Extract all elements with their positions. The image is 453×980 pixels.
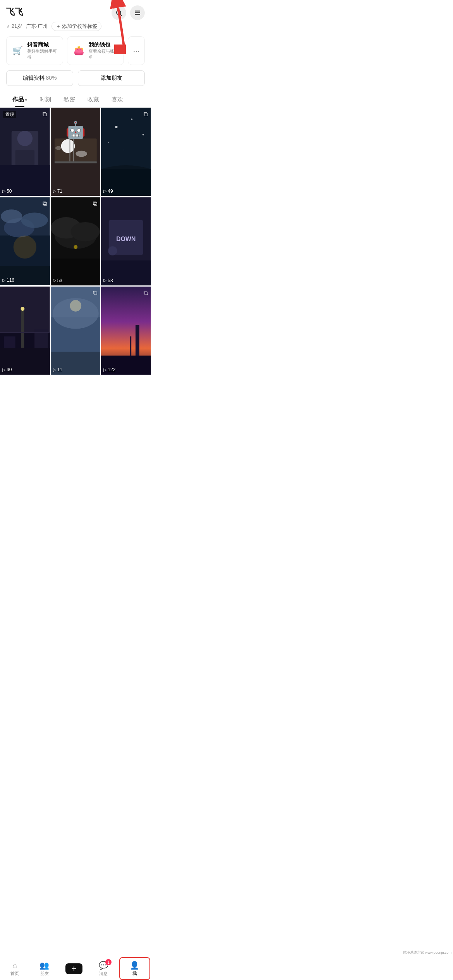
tab-private[interactable]: 私密 [57,92,81,107]
svg-point-31 [1,209,22,223]
wallet-title: 我的钱包 [89,41,118,48]
svg-point-24 [142,134,144,135]
emoji-overlay: 🤖 [65,120,86,139]
tab-moments[interactable]: 时刻 [33,92,57,107]
tags-row: ♂ 21岁 广东·广州 ＋ 添加学校等标签 [6,22,145,31]
svg-point-26 [124,149,125,150]
svg-point-18 [76,151,87,157]
svg-point-37 [70,222,100,241]
video-count-9: ▷122 [103,367,115,372]
svg-point-48 [21,307,24,311]
video-item-2[interactable]: 🤖 ▷71 [51,108,101,196]
multi-icon-9: ⧉ [144,290,148,296]
multi-icon: ⧉ [43,111,47,118]
douyin-mall-card[interactable]: 🛒 抖音商城 美好生活触手可得 [6,36,63,65]
wallet-card[interactable]: 👛 我的钱包 查看余额与账单 [67,36,124,65]
age-label: 21岁 [12,23,22,30]
svg-point-9 [17,131,33,146]
location-tag: 广东·广州 [26,23,48,30]
video-count-7: ▷40 [2,367,12,372]
svg-rect-10 [15,150,34,165]
svg-point-14 [61,139,75,153]
video-count-8: ▷11 [53,367,62,372]
video-count-6: ▷53 [103,278,113,283]
wallet-icon: 👛 [73,45,85,57]
video-count-4: ▷116 [2,278,14,283]
video-item-6[interactable]: DOWN ▷53 [101,197,151,286]
video-item-4[interactable]: ⧉ ▷116 [0,197,50,286]
multi-icon-5: ⧉ [93,200,97,207]
tabs-row: 作品▾ 时刻 私密 收藏 喜欢 [0,92,151,108]
multi-icon-8: ⧉ [93,290,97,296]
svg-text:DOWN: DOWN [117,236,136,242]
svg-point-30 [21,212,48,228]
service-cards: 🛒 抖音商城 美好生活触手可得 👛 我的钱包 查看余额与账单 ··· [0,36,151,65]
svg-point-44 [108,246,117,255]
video-item-3[interactable]: ⧉ ▷49 [101,108,151,196]
svg-point-22 [115,126,118,128]
add-friend-button[interactable]: 添加朋友 [78,70,145,86]
video-count-2: ▷71 [53,188,62,194]
multi-icon-4: ⧉ [43,200,47,207]
mall-title: 抖音商城 [27,41,57,48]
svg-point-25 [108,142,110,143]
pinned-badge: 置顶 [3,111,16,118]
svg-line-1 [120,14,122,15]
video-item-7[interactable]: ▷40 [0,286,50,375]
video-count-3: ▷49 [103,188,113,194]
gender-icon: ♂ [6,24,10,29]
mall-subtitle: 美好生活触手可得 [27,48,57,60]
svg-point-19 [55,146,62,150]
header-icons [112,5,145,20]
tab-works[interactable]: 作品▾ [6,92,33,107]
edit-pct: 80% [46,75,57,81]
location-label: 广东·广州 [26,23,48,30]
action-buttons: 编辑资料 80% 添加朋友 [0,70,151,86]
video-item-5[interactable]: ⧉ ▷53 [51,197,101,286]
tab-arrow-icon: ▾ [25,97,27,103]
add-tag-label: ＋ 添加学校等标签 [56,23,98,30]
tab-likes[interactable]: 喜欢 [105,92,129,107]
svg-point-23 [131,118,133,120]
tab-favorites[interactable]: 收藏 [81,92,105,107]
svg-point-32 [14,235,36,258]
video-count-5: ▷53 [53,278,62,283]
more-service-card[interactable]: ··· [128,36,145,65]
svg-point-39 [74,245,77,249]
add-tag-button[interactable]: ＋ 添加学校等标签 [51,22,102,31]
search-button[interactable] [112,5,126,20]
svg-point-55 [70,300,81,312]
wallet-subtitle: 查看余额与账单 [89,48,118,60]
edit-profile-button[interactable]: 编辑资料 80% [6,70,73,86]
video-count-1: ▷50 [2,188,12,194]
menu-button[interactable] [130,5,145,20]
gender-age-tag: ♂ 21岁 [6,23,22,30]
svg-rect-13 [55,139,97,161]
svg-rect-47 [21,309,24,348]
video-grid: 置顶 ⧉ ▷50 🤖 ▷71 [0,108,151,375]
multi-icon-3: ⧉ [144,111,148,118]
mall-icon: 🛒 [12,45,23,57]
svg-rect-17 [55,161,97,163]
video-item-9[interactable]: ⧉ ▷122 [101,286,151,375]
video-item-8[interactable]: ⧉ ▷11 [51,286,101,375]
video-item-1[interactable]: 置顶 ⧉ ▷50 [0,108,50,196]
